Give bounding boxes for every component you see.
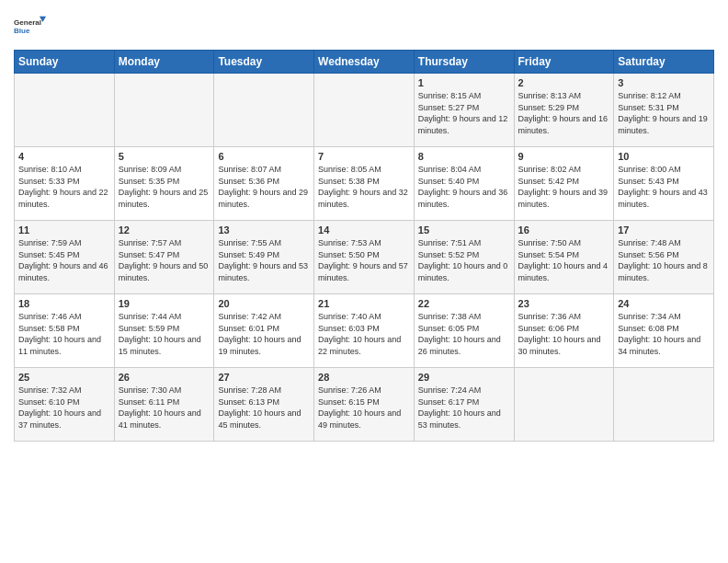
calendar-week-row: 4 Sunrise: 8:10 AMSunset: 5:33 PMDayligh… bbox=[15, 147, 714, 221]
calendar-day-cell: 5 Sunrise: 8:09 AMSunset: 5:35 PMDayligh… bbox=[114, 147, 214, 221]
calendar-day-cell: 6 Sunrise: 8:07 AMSunset: 5:36 PMDayligh… bbox=[214, 147, 314, 221]
calendar-day-cell: 4 Sunrise: 8:10 AMSunset: 5:33 PMDayligh… bbox=[15, 147, 115, 221]
day-info: Sunrise: 7:53 AMSunset: 5:50 PMDaylight:… bbox=[318, 237, 410, 283]
calendar-day-cell: 20 Sunrise: 7:42 AMSunset: 6:01 PMDaylig… bbox=[214, 294, 314, 368]
day-number: 4 bbox=[18, 151, 110, 162]
day-info: Sunrise: 7:59 AMSunset: 5:45 PMDaylight:… bbox=[18, 237, 110, 283]
day-number: 12 bbox=[119, 224, 210, 236]
day-info: Sunrise: 8:10 AMSunset: 5:33 PMDaylight:… bbox=[18, 164, 110, 210]
calendar-day-cell: 25 Sunrise: 7:32 AMSunset: 6:10 PMDaylig… bbox=[15, 368, 115, 442]
day-info: Sunrise: 7:34 AMSunset: 6:08 PMDaylight:… bbox=[618, 311, 710, 357]
calendar-day-cell: 7 Sunrise: 8:05 AMSunset: 5:38 PMDayligh… bbox=[314, 147, 415, 221]
day-info: Sunrise: 7:32 AMSunset: 6:10 PMDaylight:… bbox=[18, 385, 110, 431]
calendar-day-cell: 9 Sunrise: 8:02 AMSunset: 5:42 PMDayligh… bbox=[514, 147, 614, 221]
day-info: Sunrise: 7:51 AMSunset: 5:52 PMDaylight:… bbox=[418, 237, 510, 283]
day-number: 9 bbox=[518, 151, 610, 162]
day-info: Sunrise: 7:44 AMSunset: 5:59 PMDaylight:… bbox=[119, 311, 210, 357]
calendar-day-cell: 1 Sunrise: 8:15 AMSunset: 5:27 PMDayligh… bbox=[414, 74, 514, 147]
calendar-header-cell: Saturday bbox=[614, 51, 714, 74]
day-info: Sunrise: 8:02 AMSunset: 5:42 PMDaylight:… bbox=[518, 164, 610, 210]
calendar-day-cell: 10 Sunrise: 8:00 AMSunset: 5:43 PMDaylig… bbox=[614, 147, 714, 221]
day-number: 20 bbox=[218, 298, 310, 309]
calendar-day-cell: 12 Sunrise: 7:57 AMSunset: 5:47 PMDaylig… bbox=[114, 221, 214, 294]
day-number: 26 bbox=[119, 372, 210, 383]
day-info: Sunrise: 8:15 AMSunset: 5:27 PMDaylight:… bbox=[418, 90, 510, 136]
day-info: Sunrise: 8:05 AMSunset: 5:38 PMDaylight:… bbox=[318, 164, 410, 210]
day-info: Sunrise: 7:46 AMSunset: 5:58 PMDaylight:… bbox=[18, 311, 110, 357]
svg-text:Blue: Blue bbox=[14, 27, 30, 35]
day-number: 2 bbox=[518, 77, 610, 88]
day-number: 29 bbox=[418, 372, 510, 383]
day-number: 6 bbox=[218, 151, 310, 162]
calendar-day-cell: 17 Sunrise: 7:48 AMSunset: 5:56 PMDaylig… bbox=[614, 221, 714, 294]
calendar-day-cell bbox=[314, 74, 415, 147]
day-number: 1 bbox=[418, 77, 510, 88]
calendar-header-cell: Sunday bbox=[15, 51, 115, 74]
day-number: 11 bbox=[18, 224, 110, 236]
calendar-day-cell: 14 Sunrise: 7:53 AMSunset: 5:50 PMDaylig… bbox=[314, 221, 415, 294]
calendar-day-cell: 11 Sunrise: 7:59 AMSunset: 5:45 PMDaylig… bbox=[15, 221, 115, 294]
logo-svg: General Blue bbox=[14, 9, 47, 42]
day-info: Sunrise: 7:48 AMSunset: 5:56 PMDaylight:… bbox=[618, 237, 710, 283]
calendar-day-cell: 8 Sunrise: 8:04 AMSunset: 5:40 PMDayligh… bbox=[414, 147, 514, 221]
calendar-day-cell: 19 Sunrise: 7:44 AMSunset: 5:59 PMDaylig… bbox=[114, 294, 214, 368]
calendar-day-cell: 29 Sunrise: 7:24 AMSunset: 6:17 PMDaylig… bbox=[414, 368, 514, 442]
calendar-header-cell: Friday bbox=[514, 51, 614, 74]
day-info: Sunrise: 8:00 AMSunset: 5:43 PMDaylight:… bbox=[618, 164, 710, 210]
calendar-day-cell: 27 Sunrise: 7:28 AMSunset: 6:13 PMDaylig… bbox=[214, 368, 314, 442]
calendar-header-cell: Monday bbox=[114, 51, 214, 74]
calendar-header-cell: Wednesday bbox=[314, 51, 415, 74]
day-info: Sunrise: 8:09 AMSunset: 5:35 PMDaylight:… bbox=[119, 164, 210, 210]
day-info: Sunrise: 7:42 AMSunset: 6:01 PMDaylight:… bbox=[218, 311, 310, 357]
calendar-day-cell: 24 Sunrise: 7:34 AMSunset: 6:08 PMDaylig… bbox=[614, 294, 714, 368]
day-info: Sunrise: 8:07 AMSunset: 5:36 PMDaylight:… bbox=[218, 164, 310, 210]
day-info: Sunrise: 7:40 AMSunset: 6:03 PMDaylight:… bbox=[318, 311, 410, 357]
calendar-day-cell bbox=[514, 368, 614, 442]
day-number: 17 bbox=[618, 224, 710, 236]
header-area: General Blue bbox=[14, 9, 714, 42]
day-info: Sunrise: 7:38 AMSunset: 6:05 PMDaylight:… bbox=[418, 311, 510, 357]
calendar-day-cell bbox=[15, 74, 115, 147]
day-number: 13 bbox=[218, 224, 310, 236]
day-number: 14 bbox=[318, 224, 410, 236]
calendar-header-cell: Thursday bbox=[414, 51, 514, 74]
calendar-day-cell: 16 Sunrise: 7:50 AMSunset: 5:54 PMDaylig… bbox=[514, 221, 614, 294]
day-number: 15 bbox=[418, 224, 510, 236]
day-number: 8 bbox=[418, 151, 510, 162]
svg-text:General: General bbox=[14, 18, 41, 27]
calendar-day-cell: 2 Sunrise: 8:13 AMSunset: 5:29 PMDayligh… bbox=[514, 74, 614, 147]
calendar-body: 1 Sunrise: 8:15 AMSunset: 5:27 PMDayligh… bbox=[15, 74, 714, 442]
day-number: 16 bbox=[518, 224, 610, 236]
calendar-day-cell: 21 Sunrise: 7:40 AMSunset: 6:03 PMDaylig… bbox=[314, 294, 415, 368]
calendar-day-cell: 22 Sunrise: 7:38 AMSunset: 6:05 PMDaylig… bbox=[414, 294, 514, 368]
calendar-day-cell: 23 Sunrise: 7:36 AMSunset: 6:06 PMDaylig… bbox=[514, 294, 614, 368]
calendar-day-cell: 26 Sunrise: 7:30 AMSunset: 6:11 PMDaylig… bbox=[114, 368, 214, 442]
day-number: 21 bbox=[318, 298, 410, 309]
day-info: Sunrise: 8:12 AMSunset: 5:31 PMDaylight:… bbox=[618, 90, 710, 136]
calendar-day-cell: 18 Sunrise: 7:46 AMSunset: 5:58 PMDaylig… bbox=[15, 294, 115, 368]
day-info: Sunrise: 8:13 AMSunset: 5:29 PMDaylight:… bbox=[518, 90, 610, 136]
calendar-day-cell: 3 Sunrise: 8:12 AMSunset: 5:31 PMDayligh… bbox=[614, 74, 714, 147]
calendar-day-cell: 15 Sunrise: 7:51 AMSunset: 5:52 PMDaylig… bbox=[414, 221, 514, 294]
calendar-day-cell bbox=[214, 74, 314, 147]
calendar-day-cell: 28 Sunrise: 7:26 AMSunset: 6:15 PMDaylig… bbox=[314, 368, 415, 442]
calendar-day-cell: 13 Sunrise: 7:55 AMSunset: 5:49 PMDaylig… bbox=[214, 221, 314, 294]
calendar-table: SundayMondayTuesdayWednesdayThursdayFrid… bbox=[14, 50, 714, 442]
calendar-week-row: 18 Sunrise: 7:46 AMSunset: 5:58 PMDaylig… bbox=[15, 294, 714, 368]
calendar-header-cell: Tuesday bbox=[214, 51, 314, 74]
day-number: 28 bbox=[318, 372, 410, 383]
logo: General Blue bbox=[14, 9, 47, 42]
calendar-week-row: 11 Sunrise: 7:59 AMSunset: 5:45 PMDaylig… bbox=[15, 221, 714, 294]
day-info: Sunrise: 7:28 AMSunset: 6:13 PMDaylight:… bbox=[218, 385, 310, 431]
day-number: 10 bbox=[618, 151, 710, 162]
day-number: 5 bbox=[119, 151, 210, 162]
day-number: 22 bbox=[418, 298, 510, 309]
calendar-day-cell bbox=[114, 74, 214, 147]
page-container: General Blue SundayMondayTuesdayWednesda… bbox=[0, 0, 728, 451]
day-info: Sunrise: 7:50 AMSunset: 5:54 PMDaylight:… bbox=[518, 237, 610, 283]
day-info: Sunrise: 7:30 AMSunset: 6:11 PMDaylight:… bbox=[119, 385, 210, 431]
day-info: Sunrise: 7:24 AMSunset: 6:17 PMDaylight:… bbox=[418, 385, 510, 431]
calendar-week-row: 1 Sunrise: 8:15 AMSunset: 5:27 PMDayligh… bbox=[15, 74, 714, 147]
day-info: Sunrise: 7:26 AMSunset: 6:15 PMDaylight:… bbox=[318, 385, 410, 431]
day-number: 27 bbox=[218, 372, 310, 383]
